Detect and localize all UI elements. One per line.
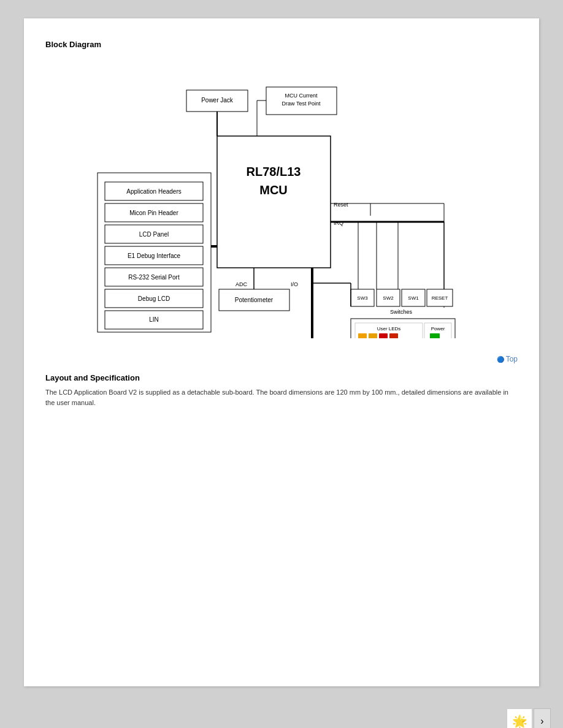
mcu-label-1: RL78/L13 — [247, 165, 301, 178]
switches-label: Switches — [390, 309, 413, 315]
svg-rect-36 — [389, 333, 398, 338]
svg-rect-33 — [358, 333, 367, 338]
svg-rect-34 — [369, 333, 377, 338]
mcu-label-2: MCU — [259, 183, 288, 197]
layout-section: Layout and Specification The LCD Applica… — [45, 373, 518, 408]
lin-label: LIN — [149, 316, 159, 323]
debug-lcd-label: Debug LCD — [138, 295, 170, 302]
e1-debug-label: E1 Debug Interface — [128, 252, 181, 259]
sw3-label: SW3 — [357, 295, 368, 301]
svg-rect-38 — [430, 333, 440, 338]
mcu-current-label-2: Draw Test Point — [282, 100, 321, 107]
power-jack-label: Power Jack — [201, 97, 234, 104]
sw2-label: SW2 — [383, 295, 394, 301]
yworks-logo: 🌟 — [507, 708, 532, 728]
layout-section-title: Layout and Specification — [45, 373, 518, 382]
page-container: Block Diagram Power Jack MCU Current Dra… — [24, 18, 539, 686]
next-page-button[interactable]: › — [534, 708, 551, 728]
block-diagram-title: Block Diagram — [45, 40, 518, 49]
application-headers-label: Application Headers — [126, 188, 182, 195]
svg-rect-5 — [217, 136, 331, 268]
micon-pin-header-label: Micon Pin Header — [129, 210, 178, 216]
top-anchor[interactable]: Top — [497, 355, 518, 363]
diagram-container: Power Jack MCU Current Draw Test Point V… — [45, 56, 518, 341]
rs232-label: RS-232 Serial Port — [128, 274, 180, 281]
block-diagram-section: Block Diagram Power Jack MCU Current Dra… — [45, 40, 518, 408]
io-label: I/O — [291, 281, 298, 287]
reset-btn-label: RESET — [432, 295, 448, 301]
top-link[interactable]: Top — [45, 353, 518, 364]
power-label: Power — [431, 326, 445, 332]
bottom-nav: 🌟 › — [507, 708, 551, 728]
mcu-current-label-1: MCU Current — [285, 93, 318, 99]
user-leds-label: User LEDs — [377, 326, 401, 332]
reset-label: Reset — [334, 202, 348, 208]
sw1-label: SW1 — [408, 295, 419, 301]
svg-rect-35 — [379, 333, 388, 338]
layout-text: The LCD Application Board V2 is supplied… — [45, 387, 518, 408]
lcd-panel-label: LCD Panel — [139, 231, 169, 238]
potentiometer-label: Potentiometer — [235, 297, 274, 303]
adc-label: ADC — [236, 281, 248, 287]
